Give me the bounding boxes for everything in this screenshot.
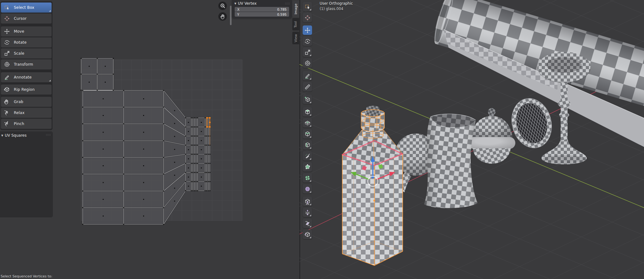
uv-vertex-x-field[interactable]: X 0.785 bbox=[235, 7, 289, 12]
vp-tool-shear[interactable] bbox=[303, 219, 312, 228]
vp-tool-scale[interactable] bbox=[303, 47, 312, 57]
panel-grip-icon[interactable]: :::: bbox=[285, 2, 290, 5]
uv-tool-select-box[interactable]: Select Box bbox=[1, 3, 52, 13]
vp-tool-knife[interactable] bbox=[303, 151, 312, 161]
tab-view[interactable]: View bbox=[292, 32, 299, 44]
scale-icon bbox=[4, 50, 10, 57]
zoom-icon[interactable] bbox=[218, 2, 227, 10]
uv-tool-scale[interactable]: Scale bbox=[1, 48, 52, 58]
subtool-indicator bbox=[310, 78, 311, 79]
collapse-triangle-icon: ▼ bbox=[1, 134, 3, 137]
vp-tool-spin[interactable] bbox=[303, 173, 312, 183]
vp-tool-loop-cut[interactable] bbox=[303, 140, 312, 150]
vp-tool-transform[interactable] bbox=[303, 58, 312, 68]
transform-icon bbox=[4, 61, 10, 68]
uv-tool-pinch[interactable]: Pinch bbox=[1, 119, 52, 129]
viewport-view-mode-label: User Orthographic bbox=[320, 1, 353, 6]
vp-tool-edge-slide[interactable] bbox=[303, 197, 312, 206]
viewport-active-object-label: (1) glass.004 bbox=[320, 7, 343, 11]
twisted-glass-object[interactable] bbox=[424, 114, 478, 208]
annotate-icon bbox=[4, 74, 10, 80]
bottle-glass004-object[interactable] bbox=[342, 106, 403, 266]
uv-tool-cursor[interactable]: Cursor bbox=[1, 14, 52, 24]
uv-tool-rotate[interactable]: Rotate bbox=[1, 37, 52, 47]
subtool-indicator bbox=[310, 191, 311, 193]
cursor-icon bbox=[4, 15, 10, 22]
subtool-indicator bbox=[310, 204, 311, 205]
lidded-pot-object[interactable] bbox=[468, 108, 515, 164]
vp-tool-shrink-fatten[interactable] bbox=[303, 208, 312, 217]
vp-tool-move[interactable] bbox=[303, 25, 312, 35]
vp-tool-rotate[interactable] bbox=[303, 36, 312, 46]
subtool-indicator bbox=[310, 237, 311, 238]
subtool-indicator bbox=[310, 54, 311, 56]
subtool-indicator bbox=[49, 80, 51, 81]
rotate-icon bbox=[4, 39, 10, 46]
uv-tool-relax[interactable]: Relax bbox=[1, 108, 52, 118]
subtool-indicator bbox=[310, 147, 311, 149]
pinch-icon bbox=[4, 121, 10, 127]
subtool-indicator bbox=[310, 125, 311, 127]
subtool-indicator bbox=[310, 180, 311, 182]
subtool-indicator bbox=[310, 114, 311, 116]
uv-squares-panel-header[interactable]: ▼ UV Squares bbox=[1, 133, 26, 138]
uv-tool-transform[interactable]: Transform bbox=[1, 59, 52, 69]
uv-vertex-y-field[interactable]: Y 0.595 bbox=[235, 12, 289, 17]
vp-tool-smooth[interactable] bbox=[303, 184, 312, 194]
uv-toolbar: Select Box Cursor Move Rotate Scale Tran… bbox=[0, 1, 53, 130]
uv-tool-rip-region[interactable]: Rip Region bbox=[1, 85, 52, 95]
subtool-indicator bbox=[310, 136, 311, 138]
uv-editor-region: Select Box Cursor Move Rotate Scale Tran… bbox=[0, 0, 300, 279]
subtool-indicator bbox=[310, 101, 311, 103]
vp-tool-annotate[interactable] bbox=[303, 71, 312, 80]
vp-tool-add-cube[interactable] bbox=[303, 95, 312, 104]
uv-tool-move[interactable]: Move bbox=[1, 26, 52, 36]
subtool-indicator bbox=[310, 226, 311, 227]
rip-region-icon bbox=[4, 86, 10, 93]
vp-tool-rip-region[interactable] bbox=[303, 230, 312, 239]
move-icon bbox=[4, 28, 10, 35]
section-label-sequenced: Select Sequenced Vertices to: bbox=[1, 274, 52, 278]
uv-vertex-panel: ▼ UV Vertex :::: X 0.785 Y 0.595 bbox=[232, 0, 292, 18]
uv-tool-annotate[interactable]: Annotate bbox=[1, 72, 52, 82]
vp-tool-select-box[interactable] bbox=[303, 2, 312, 11]
object-origin-dot bbox=[373, 200, 375, 201]
relax-icon bbox=[4, 110, 10, 116]
viewport-3d-region: User Orthographic (1) glass.004 bbox=[300, 0, 644, 279]
panel-title: UV Squares bbox=[5, 133, 26, 138]
grab-icon bbox=[4, 99, 10, 105]
tab-image[interactable]: Image bbox=[292, 1, 299, 17]
panel-grip-icon[interactable]: :::: bbox=[46, 133, 51, 136]
viewport-canvas[interactable] bbox=[300, 0, 644, 279]
vp-tool-extrude[interactable] bbox=[303, 107, 312, 117]
vp-tool-cursor[interactable] bbox=[303, 13, 312, 22]
select-box-icon bbox=[4, 4, 10, 11]
subtool-indicator bbox=[310, 215, 311, 216]
subtool-indicator bbox=[310, 9, 311, 10]
uv-squares-panel: ▼ UV Squares :::: Select Sequenced Verti… bbox=[0, 131, 53, 217]
subtool-indicator bbox=[310, 158, 311, 160]
uv-vertex-panel-header[interactable]: ▼ UV Vertex bbox=[234, 1, 257, 6]
pan-hand-icon[interactable] bbox=[218, 12, 227, 21]
tab-tool[interactable]: Tool bbox=[292, 18, 299, 30]
blender-uv-editing-workspace: { "uv_editor": { "toolbar": { "tools": [… bbox=[0, 0, 644, 279]
collapse-triangle-icon: ▼ bbox=[234, 2, 236, 5]
subtool-indicator bbox=[49, 10, 51, 12]
uv-editor-scrollbar[interactable] bbox=[230, 6, 232, 25]
vp-tool-bevel[interactable] bbox=[303, 129, 312, 139]
vp-tool-measure[interactable] bbox=[303, 82, 312, 91]
vp-tool-poly-build[interactable] bbox=[303, 162, 312, 172]
panel-title: UV Vertex bbox=[238, 1, 256, 6]
vp-tool-inset[interactable] bbox=[303, 118, 312, 128]
uv-tool-grab[interactable]: Grab bbox=[1, 97, 52, 107]
